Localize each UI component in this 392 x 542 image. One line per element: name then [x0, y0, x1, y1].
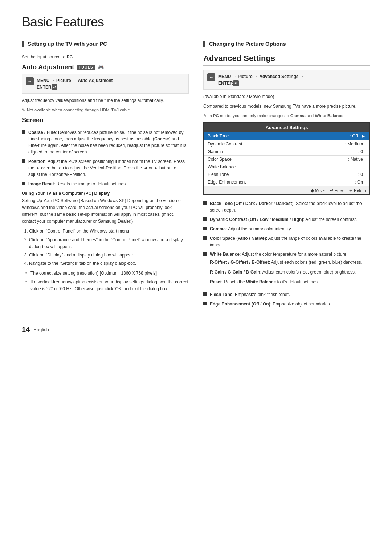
advanced-settings-table: Advanced Settings Black Tone : Off ► Dyn… — [203, 122, 370, 195]
pc-display-body: Setting Up Your PC Software (Based on Wi… — [22, 197, 189, 225]
auto-adjustment-title: Auto Adjustment — [22, 63, 74, 71]
footer-enter: ↵ Enter — [330, 188, 344, 193]
list-item: Coarse / Fine: Removes or reduces pictur… — [22, 129, 189, 155]
table-row: Dynamic Contrast : Medium — [204, 140, 369, 148]
page-title: Basic Features — [22, 15, 370, 30]
adv-menu-path-text: MENU → Picture → Advanced Settings → ENT… — [218, 73, 304, 86]
bullet-text: Dynamic Contrast (Off / Low / Medium / H… — [210, 216, 357, 223]
bullet-square — [203, 201, 207, 205]
bullet-square — [203, 292, 207, 296]
bullet-text: Black Tone (Off / Dark / Darker / Darkes… — [210, 200, 370, 213]
list-item: If a vertical-frequency option exists on… — [25, 279, 189, 292]
list-item: Click on "Appearance and Themes" in the … — [29, 237, 189, 250]
row-label: Gamma — [208, 149, 358, 154]
advanced-settings-heading: Advanced Settings — [203, 54, 370, 66]
bullet-text: Gamma: Adjust the primary color intensit… — [210, 226, 292, 232]
left-column: Setting up the TV with your PC Set the i… — [22, 41, 189, 311]
auto-adj-note: Not available when connecting through HD… — [22, 107, 189, 113]
list-item: Color Space (Auto / Native): Adjust the … — [203, 235, 370, 248]
heading-bar — [22, 41, 24, 47]
row-value: : 0 — [358, 172, 363, 177]
row-value: : 0 — [358, 149, 363, 154]
page-language: English — [33, 327, 49, 332]
adv-settings-bullets: Black Tone (Off / Dark / Darker / Darkes… — [203, 200, 370, 308]
move-icon: ◆ — [311, 188, 314, 193]
row-value: : Off — [350, 134, 358, 139]
row-value: : Medium — [345, 141, 363, 147]
bullet-square — [203, 302, 207, 305]
left-section-heading-text: Setting up the TV with your PC — [28, 41, 107, 47]
menu-icon: m — [26, 77, 34, 85]
row-label: Black Tone — [208, 134, 350, 139]
list-item: Position: Adjust the PC's screen positio… — [22, 158, 189, 178]
bullet-square — [203, 217, 207, 221]
return-icon: ↩ — [349, 188, 353, 193]
table-row: Flesh Tone : 0 — [204, 171, 369, 178]
wb-extra-1: R-Offset / G-Offset / B-Offset: Adjust e… — [210, 259, 362, 266]
adv-note: In PC mode, you can only make changes to… — [203, 113, 370, 119]
bullet-text: Flesh Tone: Emphasize pink "flesh tone". — [210, 291, 290, 298]
bullet-square — [203, 227, 207, 230]
left-section-heading: Setting up the TV with your PC — [22, 41, 189, 49]
enter-key-right: ↵ — [233, 80, 239, 86]
intro-text: Set the input source to PC. — [22, 54, 189, 61]
list-item: Gamma: Adjust the primary color intensit… — [203, 226, 370, 232]
row-label: Color Space — [208, 157, 348, 162]
row-label: Flesh Tone — [208, 172, 358, 177]
table-row: Edge Enhancement : On — [204, 178, 369, 186]
white-balance-content: White Balance: Adjust the color temperat… — [210, 251, 362, 289]
table-row: White Balance — [204, 163, 369, 171]
bullet-text: Image Reset: Resets the image to default… — [28, 181, 127, 187]
row-arrow: ► — [361, 133, 366, 139]
enter-icon: ↵ — [330, 188, 334, 193]
screen-bullet-list: Coarse / Fine: Removes or reduces pictur… — [22, 129, 189, 187]
wb-extra-2: R-Gain / G-Gain / B-Gain: Adjust each co… — [210, 269, 362, 276]
screen-section-title: Screen — [22, 116, 189, 126]
bullet-square — [22, 130, 25, 134]
table-row: Color Space : Native — [204, 156, 369, 163]
list-item: The correct size setting (resolution) [O… — [25, 270, 189, 277]
list-item: Dynamic Contrast (Off / Low / Medium / H… — [203, 216, 370, 223]
availability-note: (available in Standard / Movie mode) — [203, 93, 370, 100]
dot-items-list: The correct size setting (resolution) [O… — [22, 270, 189, 292]
footer-enter-label: Enter — [335, 188, 344, 193]
bullet-text: Edge Enhancement (Off / On): Emphasize o… — [210, 301, 331, 307]
list-item: Navigate to the "Settings" tab on the di… — [29, 260, 189, 267]
list-item: Flesh Tone: Emphasize pink "flesh tone". — [203, 291, 370, 298]
row-value: : Native — [348, 157, 363, 162]
row-label: White Balance — [208, 164, 363, 169]
tools-badge: TOOLS — [77, 65, 95, 70]
row-value: : On — [355, 180, 363, 185]
list-item: Edge Enhancement (Off / On): Emphasize o… — [203, 301, 370, 307]
right-section-heading: Changing the Picture Options — [203, 41, 370, 49]
page-footer: 14 English — [22, 325, 370, 334]
table-footer: ◆ Move ↵ Enter ↩ Return — [204, 186, 369, 194]
advanced-settings-table-wrapper: Advanced Settings Black Tone : Off ► Dyn… — [203, 122, 370, 195]
bullet-square — [22, 182, 25, 185]
auto-adj-description: Adjust frequency values/positions and fi… — [22, 97, 189, 104]
list-item: Image Reset: Resets the image to default… — [22, 181, 189, 187]
table-row: Black Tone : Off ► — [204, 132, 369, 140]
bullet-text: White Balance: Adjust the color temperat… — [210, 252, 348, 257]
numbered-steps-list: Click on "Control Panel" on the Windows … — [22, 228, 189, 267]
bullet-text: Position: Adjust the PC's screen positio… — [28, 158, 189, 178]
footer-move: ◆ Move — [311, 188, 325, 193]
right-column: Changing the Picture Options Advanced Se… — [203, 41, 370, 311]
row-label: Dynamic Contrast — [208, 141, 345, 147]
bullet-square — [22, 159, 25, 163]
menu-path-text: MENU → Picture → Auto Adjustment → ENTER… — [37, 77, 118, 90]
list-item: Click on "Display" and a display dialog … — [29, 252, 189, 259]
footer-return: ↩ Return — [349, 188, 366, 193]
bullet-text: Color Space (Auto / Native): Adjust the … — [210, 235, 370, 248]
bullet-square — [203, 236, 207, 240]
list-item: White Balance: Adjust the color temperat… — [203, 251, 370, 289]
bullet-square — [203, 252, 207, 256]
table-row: Gamma : 0 — [204, 148, 369, 156]
menu-icon-right: m — [207, 73, 215, 81]
adv-settings-menu-path: m MENU → Picture → Advanced Settings → E… — [203, 70, 370, 90]
list-item: Click on "Control Panel" on the Windows … — [29, 228, 189, 235]
auto-adjustment-menu-path: m MENU → Picture → Auto Adjustment → ENT… — [22, 74, 189, 94]
wb-extra-3: Reset: Resets the White Balance to it's … — [210, 279, 362, 286]
table-header: Advanced Settings — [204, 123, 369, 132]
page-number: 14 — [22, 325, 30, 334]
